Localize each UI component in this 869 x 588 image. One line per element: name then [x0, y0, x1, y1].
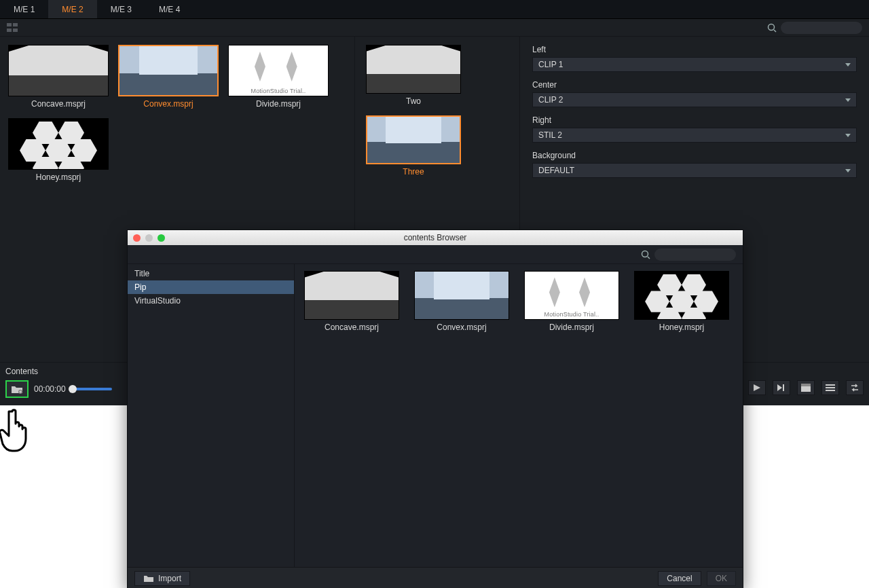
field-label-left: Left — [532, 45, 857, 54]
folder-plus-icon — [143, 574, 154, 583]
category-title[interactable]: Title — [128, 267, 294, 280]
me-tabs: M/E 1M/E 2M/E 3M/E 4 — [0, 0, 869, 19]
thumb-label: Concave.msprj — [31, 99, 86, 109]
timeline-slider[interactable] — [71, 388, 112, 390]
thumb-grid-left: Concave.msprj Convex.msprj MotionStudio … — [8, 45, 346, 182]
thumb-label: Convex.msprj — [143, 99, 193, 109]
grid-view-icon[interactable] — [7, 23, 19, 33]
thumb-convex[interactable]: Convex.msprj — [118, 45, 219, 109]
timecode: 00:00:00 — [34, 384, 66, 394]
thumb-divide[interactable]: MotionStudio Trial.. Divide.msprj — [521, 271, 622, 332]
svg-rect-8 — [826, 384, 835, 386]
thumb-label: Concave.msprj — [325, 323, 379, 332]
thumb-concave[interactable]: Two — [363, 45, 464, 106]
thumb-label: Divide.msprj — [256, 99, 301, 109]
dialog-title: contents Browser — [128, 233, 743, 242]
select-value: CLIP 1 — [538, 60, 563, 69]
category-pip[interactable]: Pip — [128, 280, 294, 294]
thumb-honey[interactable]: Honey.msprj — [631, 271, 732, 332]
thumb-label: Two — [406, 96, 421, 106]
thumb-label: Three — [403, 167, 424, 177]
thumb-convex[interactable]: Convex.msprj — [411, 271, 512, 332]
thumb-label: Convex.msprj — [437, 323, 486, 332]
ok-button[interactable]: OK — [707, 571, 736, 586]
svg-marker-3 — [754, 384, 760, 391]
thumb-honey[interactable]: Honey.msprj — [8, 118, 109, 182]
tab-me1[interactable]: M/E 1 — [0, 0, 48, 18]
thumb-concave[interactable]: Concave.msprj — [8, 45, 109, 109]
svg-rect-6 — [801, 386, 811, 392]
select-center[interactable]: CLIP 2 — [532, 92, 857, 107]
search-input[interactable] — [781, 22, 862, 34]
thumb-label: Divide.msprj — [549, 323, 594, 332]
thumb-convex[interactable]: Three — [363, 115, 464, 177]
toolbar — [0, 19, 869, 37]
chevron-down-icon — [845, 63, 851, 67]
search-icon — [767, 23, 777, 33]
svg-line-1 — [774, 30, 776, 32]
ok-label: OK — [716, 574, 727, 583]
folder-plus-icon — [11, 384, 23, 394]
play-button[interactable] — [748, 380, 766, 395]
svg-rect-5 — [783, 384, 784, 391]
svg-line-12 — [648, 257, 650, 259]
dialog-thumb-grid: Concave.msprj Convex.msprj MotionStudio … — [295, 264, 743, 567]
list-button[interactable] — [821, 380, 839, 395]
select-left[interactable]: CLIP 1 — [532, 57, 857, 72]
thumb-label: Honey.msprj — [659, 323, 704, 332]
dialog-categories: TitlePipVirtualStudio — [128, 264, 295, 567]
svg-rect-7 — [801, 384, 811, 386]
tab-me2[interactable]: M/E 2 — [48, 0, 96, 18]
import-label: Import — [158, 574, 181, 583]
contents-browser-button[interactable] — [5, 380, 29, 398]
thumb-divide[interactable]: MotionStudio Trial.. Divide.msprj — [228, 45, 329, 109]
svg-point-0 — [769, 24, 775, 30]
clapboard-button[interactable] — [797, 380, 815, 395]
chevron-down-icon — [845, 134, 851, 137]
contents-label: Contents — [5, 367, 38, 376]
field-label-center: Center — [532, 80, 857, 90]
dialog-titlebar[interactable]: contents Browser — [128, 230, 743, 245]
next-button[interactable] — [773, 380, 790, 395]
cursor-hand-icon — [0, 406, 41, 455]
svg-point-11 — [642, 251, 648, 257]
thumb-concave[interactable]: Concave.msprj — [301, 271, 402, 332]
contents-browser-dialog: contents Browser TitlePipVirtualStudio C… — [127, 229, 743, 588]
svg-rect-10 — [826, 390, 835, 391]
svg-marker-4 — [777, 384, 782, 391]
select-value: STIL 2 — [538, 130, 562, 140]
category-virtualstudio[interactable]: VirtualStudio — [128, 294, 294, 308]
select-value: DEFAULT — [538, 166, 574, 175]
tab-me3[interactable]: M/E 3 — [97, 0, 145, 18]
dialog-toolbar — [128, 245, 743, 264]
dialog-search-input[interactable] — [654, 249, 736, 261]
loop-button[interactable] — [846, 380, 864, 395]
select-right[interactable]: STIL 2 — [532, 128, 857, 143]
search-icon — [641, 250, 650, 259]
select-background[interactable]: DEFAULT — [532, 163, 857, 178]
thumb-label: Honey.msprj — [36, 172, 81, 182]
select-value: CLIP 2 — [538, 95, 563, 105]
tab-me4[interactable]: M/E 4 — [145, 0, 193, 18]
chevron-down-icon — [845, 98, 851, 102]
search — [767, 22, 862, 34]
field-label-background: Background — [532, 151, 857, 160]
cancel-button[interactable]: Cancel — [658, 571, 701, 586]
chevron-down-icon — [845, 169, 851, 172]
import-button[interactable]: Import — [134, 571, 190, 586]
thumb-grid-mid: Two Three — [363, 45, 511, 177]
field-label-right: Right — [532, 115, 857, 125]
svg-rect-9 — [826, 387, 835, 388]
cancel-label: Cancel — [667, 574, 692, 583]
